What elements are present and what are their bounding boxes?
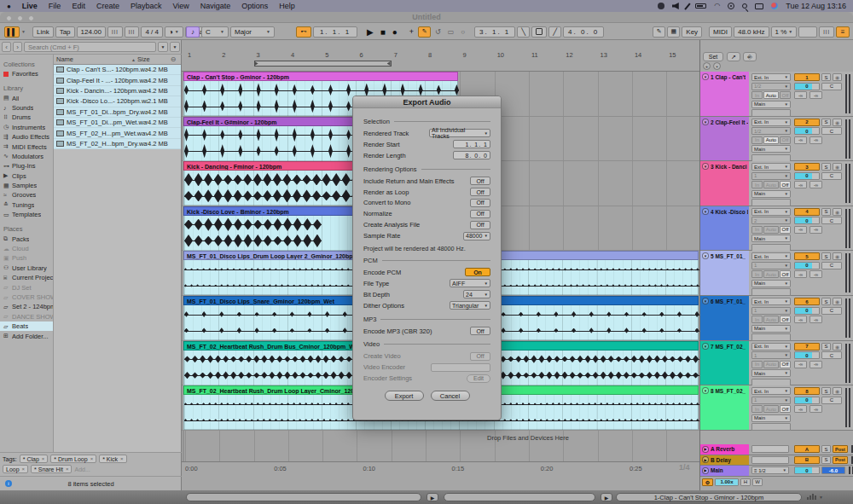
optimize-width-button[interactable]: W — [752, 478, 763, 486]
pan-field[interactable]: C — [821, 262, 842, 269]
toggle-encode-mp3-cbr-320[interactable]: Off — [470, 327, 490, 335]
re-enable-automation-button[interactable]: ↺ — [432, 28, 444, 36]
dropdown-sample-rate[interactable]: 48000▼ — [463, 232, 490, 240]
toggle-encode-pcm[interactable]: On — [465, 268, 490, 276]
input-channel-menu[interactable]: 1▼ — [751, 307, 791, 315]
volume-field[interactable]: 0 — [794, 262, 820, 269]
menu-item-view[interactable]: View — [172, 2, 189, 10]
sidebar-item-grooves[interactable]: ≈Grooves — [0, 190, 53, 200]
track-activator[interactable]: 1 — [794, 73, 820, 81]
file-row[interactable]: MS_FT_01_Di...pm_Wet.wav4.2 MB — [54, 118, 181, 128]
monitor-auto-button[interactable]: Auto — [763, 316, 779, 323]
stop-button[interactable]: ■ — [378, 27, 388, 37]
input-routing-menu[interactable]: Ext. In▼ — [751, 252, 791, 260]
scale-root-menu[interactable]: C▼ — [201, 26, 229, 38]
sidebar-item-current-projec[interactable]: ⌸Current Projec — [0, 273, 53, 282]
input-routing-menu[interactable]: Ext. In▼ — [751, 73, 791, 81]
sidebar-item-clips[interactable]: ▶Clips — [0, 171, 53, 181]
track-name-block[interactable]: ▾6 MS_FT_01_ — [700, 296, 749, 340]
browser-back-button[interactable]: ‹ — [2, 42, 11, 52]
play-icon[interactable]: ▶ — [702, 446, 709, 453]
send-b-field[interactable]: -∞ — [809, 226, 822, 234]
file-row[interactable]: Clap - Can't S...- 120bpm.wav4.2 MB — [54, 65, 181, 75]
main-pan-field[interactable]: -6.0 — [821, 466, 845, 474]
pan-field[interactable]: C — [821, 83, 842, 90]
nudge-up-button[interactable]: ||| — [125, 26, 140, 38]
solo-button[interactable]: S — [821, 343, 831, 350]
set-locator-button[interactable]: Set — [703, 52, 723, 61]
cpu-load-menu[interactable]: 1 %▼ — [771, 26, 798, 38]
monitor-off-button[interactable]: Off — [780, 226, 791, 234]
tap-tempo-button[interactable]: Tap — [55, 26, 75, 38]
tag-chip-snare-hit[interactable]: * Snare Hit× — [31, 465, 72, 473]
menu-item-options[interactable]: Options — [241, 2, 268, 10]
output-routing-menu[interactable]: Main▼ — [751, 369, 791, 377]
monitor-auto-button[interactable]: Auto — [763, 405, 779, 413]
play-clip-button[interactable]: ▶ — [601, 493, 612, 501]
tag-chip-loop[interactable]: Loop× — [3, 465, 28, 473]
fold-track-icon[interactable]: ▾ — [702, 298, 709, 304]
monitor-auto-button[interactable]: Auto — [763, 91, 779, 99]
send-a-field[interactable]: -∞ — [794, 136, 807, 144]
apple-icon[interactable]: ● — [7, 3, 11, 10]
lock-icon[interactable]: ⎆ — [743, 52, 757, 61]
solo-button[interactable]: S — [821, 163, 831, 171]
pan-field[interactable]: C — [821, 307, 842, 315]
solo-button[interactable]: S — [821, 456, 831, 464]
sidebar-item-packs[interactable]: ⧉Packs — [0, 234, 53, 243]
arrangement-position-field[interactable]: 1. 1. 1 — [313, 26, 357, 38]
browser-view-menu[interactable]: ▼ — [170, 42, 180, 52]
draw-mode-button[interactable]: ✎ — [653, 26, 665, 38]
pan-field[interactable]: C — [821, 127, 842, 135]
input-routing-menu[interactable]: Ext. In▼ — [751, 163, 791, 171]
toggle-include-return-and-main-effects[interactable]: Off — [470, 177, 490, 185]
sidebar-item-templates[interactable]: ▭Templates — [0, 210, 53, 219]
dialog-title[interactable]: Export Audio — [353, 96, 501, 108]
solo-button[interactable]: S — [821, 73, 831, 81]
play-icon[interactable]: ▶ — [702, 456, 709, 463]
menu-clock[interactable]: Tue 12 Aug 13:16 — [786, 2, 846, 10]
track-activator[interactable]: 6 — [794, 298, 820, 305]
toggle-render-as-loop[interactable]: Off — [470, 188, 490, 196]
menu-item-edit[interactable]: Edit — [72, 2, 85, 10]
info-icon[interactable]: i — [5, 480, 12, 487]
scale-name-menu[interactable]: Major▼ — [230, 26, 275, 38]
send-b-field[interactable]: -∞ — [809, 181, 822, 188]
toggle-create-analysis-file[interactable]: Off — [470, 221, 490, 229]
column-size[interactable]: Size — [137, 55, 168, 63]
send-b-field[interactable]: -∞ — [809, 270, 822, 278]
input-channel-menu[interactable]: 1▼ — [751, 397, 791, 404]
arm-button[interactable]: ◉ — [833, 73, 842, 81]
monitor-in-button[interactable]: In — [751, 405, 763, 413]
solo-button[interactable]: S — [821, 298, 831, 305]
highlight-mode-button[interactable]: ▦ — [667, 26, 680, 38]
arm-button[interactable]: ◉ — [833, 252, 842, 260]
output-routing-menu[interactable]: Main▼ — [751, 190, 791, 198]
send-b-field[interactable]: -∞ — [809, 91, 822, 99]
monitor-in-button[interactable]: In — [751, 136, 763, 144]
search-input[interactable]: Search (Cmd + F) — [24, 42, 156, 52]
tempo-field[interactable]: 124.00 — [77, 26, 106, 38]
file-row[interactable]: Kick -Disco Lo...- 120bpm.wav2.1 MB — [54, 96, 181, 107]
return-name-block[interactable]: ▶B Delay — [700, 455, 749, 466]
sidebar-item-beats[interactable]: ▱Beats — [0, 322, 53, 331]
expand-all-icon[interactable]: + — [703, 62, 711, 70]
sidebar-item-push[interactable]: ▣Push — [0, 253, 53, 263]
remove-tag-icon[interactable]: × — [90, 456, 94, 461]
track-activator[interactable]: 5 — [794, 252, 820, 260]
loop-length-field[interactable]: 4. 0. 0 — [563, 26, 604, 38]
track-activator[interactable]: 2 — [794, 119, 820, 126]
monitor-auto-button[interactable]: Auto — [763, 226, 779, 234]
post-toggle[interactable]: Post — [833, 456, 848, 464]
button-encoder-settings[interactable]: Edit — [467, 374, 490, 383]
nudge-down-button[interactable]: ||| — [107, 26, 123, 38]
punch-in-button[interactable]: ╲ — [517, 26, 530, 38]
track-name-block[interactable]: ▾5 MS_FT_01_ — [700, 251, 749, 295]
fold-track-icon[interactable]: ▾ — [702, 343, 709, 350]
clip-title[interactable]: Clap - Can't Stop - Gminor - 120bpm — [183, 72, 458, 81]
fold-track-icon[interactable]: ▾ — [702, 73, 709, 80]
volume-field[interactable]: 0 — [794, 127, 820, 135]
sidebar-item-cover-shows[interactable]: ▱COVER SHOWS — [0, 293, 53, 302]
browser-filter-menu[interactable]: ▼ — [158, 42, 168, 52]
remove-tag-icon[interactable]: × — [22, 466, 26, 472]
